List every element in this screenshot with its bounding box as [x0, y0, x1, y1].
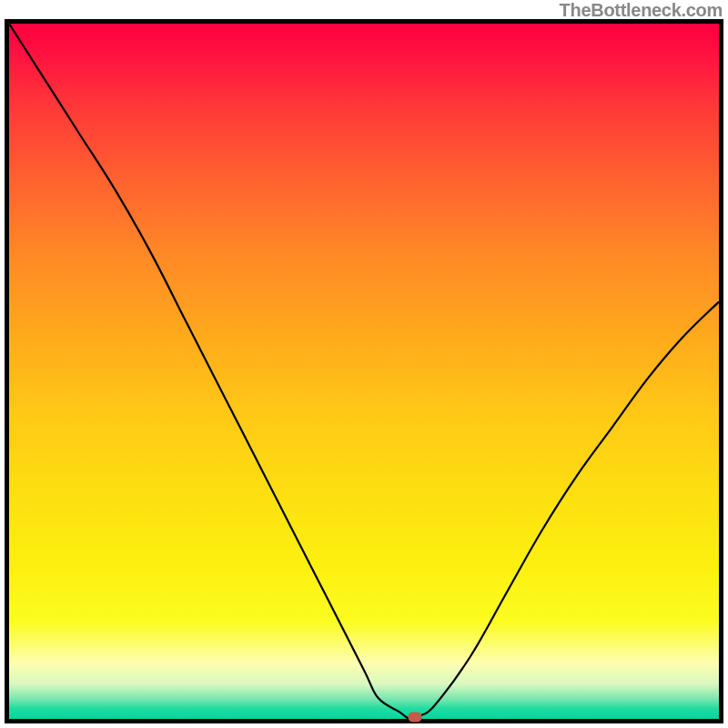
optimum-marker [409, 712, 422, 722]
chart-frame [5, 19, 723, 723]
attribution-label: TheBottleneck.com [560, 0, 723, 21]
bottleneck-curve [9, 24, 719, 719]
chart-plot-area [9, 24, 719, 719]
